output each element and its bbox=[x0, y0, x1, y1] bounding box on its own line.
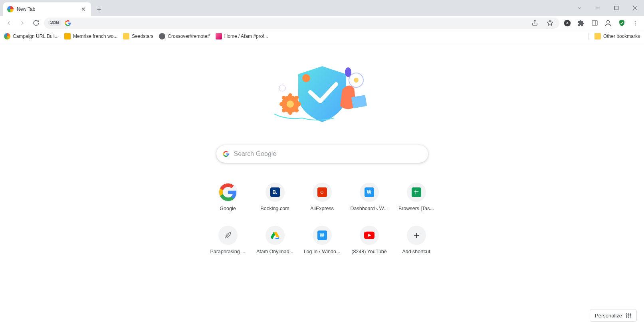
shortcuts-grid: Google B. Booking.com ☺ AliExpress W Das… bbox=[206, 183, 439, 254]
google-icon bbox=[223, 151, 229, 157]
shortcut-label: Booking.com bbox=[260, 206, 289, 211]
svg-point-15 bbox=[287, 100, 294, 108]
bookmark-favicon bbox=[64, 33, 71, 39]
sliders-icon bbox=[625, 312, 632, 319]
svg-point-26 bbox=[345, 67, 351, 77]
shortcut-drive[interactable]: Afam Onyimad... bbox=[253, 226, 297, 254]
browser-tab[interactable]: New Tab ✕ bbox=[3, 2, 91, 16]
share-icon[interactable] bbox=[529, 18, 540, 29]
shortcut-label: Google bbox=[220, 206, 236, 211]
bookmark-item[interactable]: Seedstars bbox=[123, 33, 153, 39]
shortcut-icon: ☺ bbox=[313, 183, 332, 202]
svg-rect-30 bbox=[414, 190, 418, 195]
menu-dots-icon[interactable] bbox=[630, 18, 641, 29]
google-icon bbox=[65, 20, 71, 26]
svg-point-20 bbox=[288, 111, 292, 115]
shortcut-dashboard[interactable]: W Dashboard ‹ W... bbox=[347, 183, 392, 211]
close-tab-icon[interactable]: ✕ bbox=[80, 6, 87, 13]
shortcut-paraphrasing[interactable]: Paraphrasing ... bbox=[206, 226, 250, 254]
toolbar: VPN A bbox=[0, 16, 644, 30]
titlebar: New Tab ✕ ＋ bbox=[0, 0, 644, 16]
bookmark-item[interactable]: Crossover#remote# bbox=[159, 33, 210, 39]
profile-icon[interactable] bbox=[602, 18, 614, 29]
bookmarks-bar: Campaign URL Buil... Memrise french wo..… bbox=[0, 30, 644, 42]
shortcut-label: Afam Onyimad... bbox=[256, 249, 293, 254]
shortcut-icon bbox=[218, 226, 238, 245]
shortcut-browsers[interactable]: Browsers [Tas... bbox=[394, 183, 439, 211]
sidepanel-icon[interactable] bbox=[589, 18, 600, 29]
svg-rect-8 bbox=[592, 21, 597, 25]
maximize-icon[interactable] bbox=[607, 0, 626, 16]
shortcut-booking[interactable]: B. Booking.com bbox=[253, 183, 297, 211]
bookmark-label: Seedstars bbox=[132, 33, 153, 39]
feather-icon bbox=[224, 231, 232, 240]
shortcut-icon bbox=[218, 183, 238, 202]
bookmark-item[interactable]: Campaign URL Buil... bbox=[4, 33, 59, 39]
shortcut-aliexpress[interactable]: ☺ AliExpress bbox=[300, 183, 345, 211]
svg-point-19 bbox=[295, 108, 299, 112]
shortcut-icon bbox=[360, 226, 379, 245]
forward-button[interactable] bbox=[17, 18, 28, 29]
shortcut-icon bbox=[407, 183, 426, 202]
svg-point-13 bbox=[635, 24, 636, 25]
shortcut-add[interactable]: Add shortcut bbox=[394, 226, 439, 254]
svg-point-17 bbox=[295, 96, 299, 100]
bookmark-favicon bbox=[4, 33, 10, 39]
personalize-label: Personalize bbox=[595, 313, 622, 319]
shortcut-google[interactable]: Google bbox=[206, 183, 250, 211]
tab-favicon bbox=[7, 6, 14, 12]
bookmark-label: Home / Afam #prof... bbox=[224, 33, 268, 39]
shortcut-login[interactable]: W Log In ‹ Windo... bbox=[300, 226, 345, 254]
shortcut-icon bbox=[266, 226, 285, 245]
bookmark-favicon bbox=[159, 33, 165, 39]
other-bookmarks[interactable]: Other bookmarks bbox=[594, 33, 640, 39]
bookmark-label: Campaign URL Buil... bbox=[13, 33, 59, 39]
bookmark-item[interactable]: Memrise french wo... bbox=[64, 33, 117, 39]
shortcut-label: Browsers [Tas... bbox=[398, 206, 434, 211]
search-input[interactable] bbox=[234, 150, 422, 158]
svg-point-18 bbox=[297, 102, 301, 106]
address-bar[interactable]: VPN bbox=[44, 18, 559, 29]
svg-point-21 bbox=[282, 108, 286, 112]
close-window-icon[interactable] bbox=[626, 0, 644, 16]
bookmark-item[interactable]: Home / Afam #prof... bbox=[216, 33, 268, 39]
shortcut-label: Log In ‹ Windo... bbox=[304, 249, 341, 254]
svg-rect-1 bbox=[615, 6, 618, 10]
svg-line-33 bbox=[225, 234, 228, 238]
svg-marker-5 bbox=[547, 20, 553, 25]
google-drive-icon bbox=[271, 231, 279, 239]
svg-point-22 bbox=[279, 102, 283, 106]
vpn-chip[interactable]: VPN bbox=[48, 20, 61, 26]
search-box[interactable] bbox=[216, 145, 428, 163]
divider bbox=[589, 33, 589, 40]
security-shield-icon[interactable] bbox=[616, 18, 627, 29]
reload-button[interactable] bbox=[30, 18, 42, 29]
svg-point-12 bbox=[635, 22, 636, 23]
minimize-icon[interactable] bbox=[589, 0, 607, 16]
new-tab-content: Google B. Booking.com ☺ AliExpress W Das… bbox=[0, 42, 644, 329]
hero-illustration bbox=[262, 58, 382, 126]
personalize-button[interactable]: Personalize bbox=[590, 309, 637, 322]
svg-point-29 bbox=[302, 74, 310, 82]
shortcut-label: Add shortcut bbox=[402, 249, 430, 254]
bookmark-star-icon[interactable] bbox=[544, 18, 555, 29]
svg-point-25 bbox=[354, 78, 359, 83]
svg-point-10 bbox=[607, 20, 610, 23]
folder-icon bbox=[594, 33, 601, 39]
shortcut-icon: B. bbox=[266, 183, 285, 202]
svg-point-11 bbox=[635, 21, 636, 22]
svg-text:A: A bbox=[566, 21, 569, 25]
youtube-icon bbox=[364, 231, 375, 239]
window-controls bbox=[571, 0, 644, 16]
bookmark-favicon bbox=[216, 33, 222, 39]
new-tab-button[interactable]: ＋ bbox=[93, 4, 105, 15]
extension-adblock-icon[interactable]: A bbox=[562, 18, 573, 29]
shortcut-youtube[interactable]: (8248) YouTube bbox=[347, 226, 392, 254]
tabs-dropdown-icon[interactable] bbox=[571, 0, 589, 16]
bookmark-label: Memrise french wo... bbox=[73, 33, 117, 39]
svg-point-23 bbox=[282, 96, 286, 100]
shortcut-icon: W bbox=[360, 183, 379, 202]
extensions-icon[interactable] bbox=[575, 18, 587, 29]
back-button[interactable] bbox=[3, 18, 14, 29]
svg-point-44 bbox=[628, 316, 629, 317]
